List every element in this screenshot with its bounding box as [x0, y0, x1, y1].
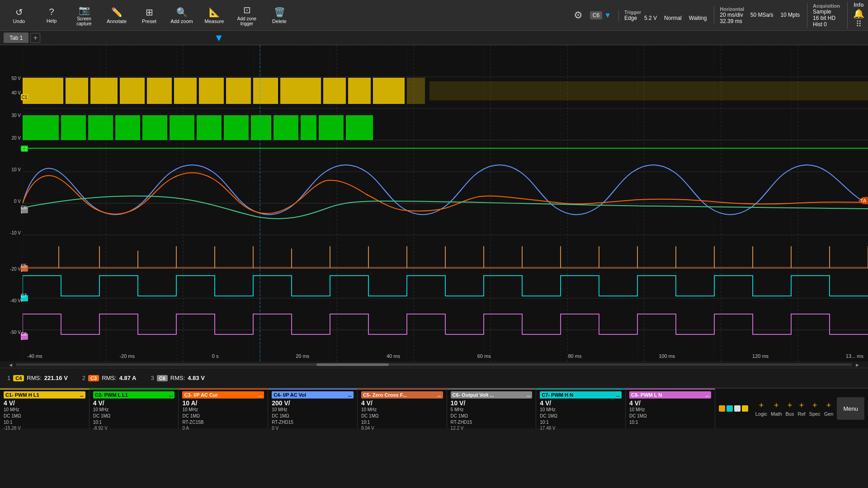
time-label-7: 80 ms [568, 353, 581, 359]
zone-trigger-icon: ⊡ [243, 5, 251, 15]
svg-rect-30 [280, 78, 321, 104]
svg-rect-45 [274, 115, 298, 140]
voltage-axis: 50 V 40 V 30 V 20 V 10 V 0 V -10 V -20 V… [0, 45, 23, 361]
add-tab-button[interactable]: + [30, 33, 40, 43]
gen-button[interactable]: + Gen [824, 401, 834, 417]
time-label-2: -20 ms [119, 353, 135, 359]
svg-rect-37 [61, 115, 86, 140]
svg-rect-34 [407, 78, 425, 104]
bus-button[interactable]: + Bus [786, 401, 794, 417]
screencapture-button[interactable]: 📷 Screencapture [69, 2, 99, 29]
help-button[interactable]: ? Help [36, 2, 67, 29]
svg-rect-26 [174, 78, 197, 104]
svg-rect-29 [253, 78, 278, 104]
ch-footer-c6[interactable]: C6- Output Volt ... ... 10 V/ 5 MHzDC 1M… [447, 389, 537, 428]
svg-rect-35 [429, 81, 868, 100]
trigger-channel-badge: C6 [590, 11, 602, 19]
c6-marker[interactable]: C6 › [21, 207, 28, 213]
menu-button[interactable]: Menu [837, 397, 864, 420]
undo-button[interactable]: ↺ Undo [4, 2, 34, 29]
logic-button[interactable]: + Logic [755, 401, 767, 417]
svg-rect-36 [23, 115, 59, 140]
svg-rect-27 [199, 78, 224, 104]
scroll-left-icon[interactable]: ◂ [9, 361, 12, 368]
add-zoom-button[interactable]: 🔍 Add zoom [166, 2, 197, 29]
svg-rect-32 [348, 78, 371, 104]
channel-selector[interactable]: C6 ▼ [590, 11, 611, 19]
delete-button[interactable]: 🗑️ Delete [264, 2, 295, 29]
time-label-9: 120 ms [752, 353, 769, 359]
time-label-8: 100 ms [659, 353, 675, 359]
undo-icon: ↺ [15, 7, 23, 18]
ref-button[interactable]: + Ref [797, 401, 805, 417]
add-zone-trigger-button[interactable]: ⊡ Add zonetrigger [231, 2, 262, 29]
svg-rect-40 [142, 115, 167, 140]
trigger-position-marker[interactable]: ▼ [214, 32, 224, 44]
network-icon: ⠿ [856, 19, 862, 29]
svg-rect-41 [170, 115, 194, 140]
tab-1[interactable]: Tab 1 [4, 33, 28, 43]
c1-marker[interactable]: C1 [21, 94, 28, 100]
ch-footer-c3[interactable]: C3- I/P AC Cur ... 10 A/ 10 MHzDC 1MΩRT-… [179, 389, 268, 428]
oscilloscope-area: 50 V 40 V 30 V 20 V 10 V 0 V -10 V -20 V… [0, 45, 868, 361]
svg-rect-23 [90, 78, 118, 104]
bell-icon[interactable]: 🔔 [853, 8, 864, 19]
svg-rect-24 [120, 78, 145, 104]
preset-icon: ⊞ [146, 7, 153, 18]
ch-footer-c2[interactable]: C2- PWM L L1 ... 4 V/ 10 MHzDC 1MΩ10:1 -… [90, 389, 179, 428]
math-button[interactable]: + Math [771, 401, 782, 417]
channel-footer: C1- PWM H L1 ... 4 V/ 10 MHzDC 1MΩ10:1 -… [0, 388, 868, 428]
svg-rect-44 [251, 115, 271, 140]
c8-marker[interactable]: C8 › [21, 333, 28, 340]
c5-marker[interactable]: C5 › [21, 265, 28, 272]
c1-waveform [23, 78, 868, 104]
meas-badge-c6: C6 [157, 375, 168, 381]
svg-rect-21 [23, 78, 63, 104]
swatch-cyan [726, 405, 733, 412]
gear-icon[interactable]: ⚙ [574, 9, 583, 21]
svg-rect-42 [197, 115, 222, 140]
swatch-yellow2 [742, 405, 748, 412]
measure-button[interactable]: 📐 Measure [199, 2, 230, 29]
svg-rect-48 [346, 115, 373, 140]
swatch-white [734, 405, 741, 412]
scroll-track[interactable] [16, 363, 852, 366]
c7-marker[interactable]: C7 › [21, 295, 28, 301]
time-label-6: 60 ms [477, 353, 491, 359]
svg-rect-22 [66, 78, 88, 104]
svg-rect-39 [115, 115, 140, 140]
channel-dropdown-icon[interactable]: ▼ [604, 11, 611, 19]
scroll-thumb[interactable] [316, 363, 389, 366]
annotate-button[interactable]: ✏️ Annotate [101, 2, 132, 29]
measurement-bar: 1 C4 RMS: 221.16 V 2 C3 RMS: 4.87 A 3 C6… [0, 368, 868, 388]
svg-rect-28 [226, 78, 251, 104]
scroll-bar[interactable]: ◂ ▸ [0, 361, 868, 368]
toolbar: ↺ Undo ? Help 📷 Screencapture ✏️ Annotat… [0, 0, 868, 31]
svg-rect-47 [319, 115, 344, 140]
svg-rect-33 [373, 78, 405, 104]
meas-item-2: 2 C3 RMS: 4.87 A [82, 375, 137, 381]
ch-footer-c5[interactable]: C5- Zero Cross F... ... 4 V/ 10 MHzDC 1M… [358, 389, 447, 428]
annotate-icon: ✏️ [111, 7, 123, 18]
info-section: Info 🔔 ⠿ [847, 2, 864, 29]
preset-button[interactable]: ⊞ Preset [134, 2, 165, 29]
svg-rect-25 [147, 78, 172, 104]
ch-footer-c8[interactable]: C8- PWM L N ... 4 V/ 10 MHzDC 1MΩ10:1 [626, 389, 715, 428]
acquisition-info: Acquisition Sample 16 bit HD Hist 0 [807, 3, 840, 28]
trigger-info: Trigger Edge 5.2 V Normal Waiting [618, 9, 707, 21]
ch-footer-c7[interactable]: C7- PWM H N ... 4 V/ 10 MHzDC 1MΩ10:1 17… [536, 389, 626, 428]
svg-rect-31 [323, 78, 346, 104]
ch-footer-c4[interactable]: C4- I/P AC Vol ... 200 V/ 10 MHzDC 1MΩRT… [268, 389, 358, 428]
time-label-1: -40 ms [27, 353, 42, 359]
meas-badge-c3: C3 [88, 375, 99, 381]
time-label-5: 40 ms [387, 353, 400, 359]
scroll-right-icon[interactable]: ▸ [856, 361, 859, 368]
tab-bar: Tab 1 + ▼ [0, 31, 868, 45]
delete-icon: 🗑️ [274, 7, 285, 18]
svg-rect-46 [301, 115, 316, 140]
c2-marker[interactable]: C2 [21, 145, 28, 152]
time-axis: -40 ms -20 ms 0 s 20 ms 40 ms 60 ms 80 m… [23, 351, 868, 361]
zoom-icon: 🔍 [176, 7, 188, 18]
ch-footer-c1[interactable]: C1- PWM H L1 ... 4 V/ 10 MHzDC 1MΩ10:1 -… [0, 389, 90, 428]
spec-button[interactable]: + Spec [809, 401, 821, 417]
